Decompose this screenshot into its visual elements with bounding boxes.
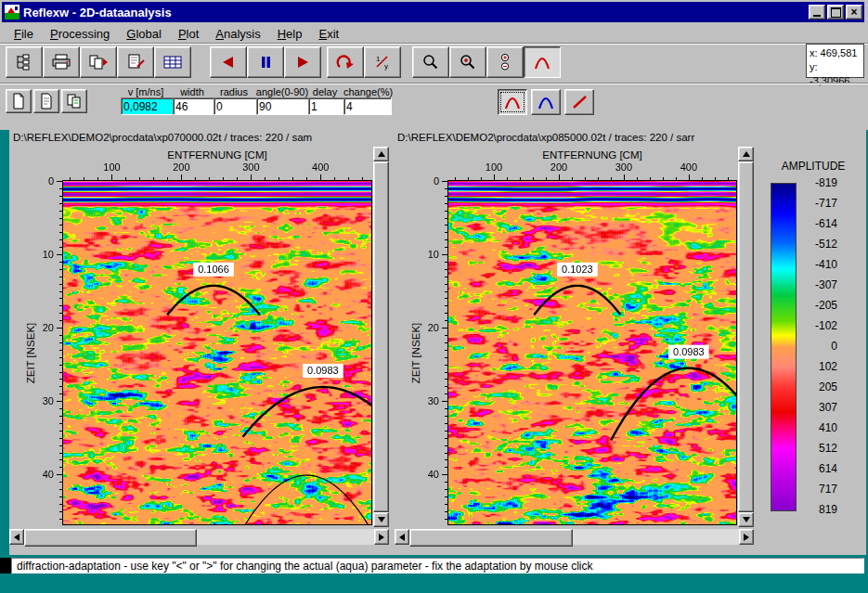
axis-tick <box>533 177 534 180</box>
menu-item-exit[interactable]: Exit <box>310 26 347 42</box>
velocity-field[interactable] <box>121 97 175 115</box>
copy-file-button[interactable] <box>61 89 87 113</box>
adapt-hyperbola-blue-button[interactable] <box>531 89 561 115</box>
pause-button[interactable] <box>247 46 284 78</box>
scroll-right-button[interactable] <box>374 529 389 545</box>
menu-item-processing[interactable]: Processing <box>42 26 118 42</box>
zoom-in-out-button[interactable] <box>486 46 524 78</box>
coordinate-readout: x: 469,581 y: -3,30966 <box>806 44 864 78</box>
menu-item-help[interactable]: Help <box>269 26 311 42</box>
file-info-button[interactable] <box>33 89 59 113</box>
horizontal-scrollbar-right[interactable] <box>395 529 754 545</box>
axis-tick <box>59 393 62 394</box>
right-arrow-icon <box>744 534 749 541</box>
vertical-scrollbar-thumb[interactable] <box>373 161 389 512</box>
legend-value: 512 <box>802 442 837 455</box>
axis-tick <box>481 177 482 180</box>
export-copy-button[interactable] <box>80 46 117 78</box>
zoom-button[interactable] <box>412 46 449 78</box>
curved-arrow-button[interactable] <box>327 46 364 78</box>
axis-tick <box>59 423 62 424</box>
minimize-button[interactable] <box>809 5 825 19</box>
menu-item-file[interactable]: File <box>6 26 42 42</box>
angle-field[interactable] <box>256 97 310 115</box>
horizontal-scrollbar-thumb[interactable] <box>24 529 197 547</box>
red-arrow-left-icon <box>219 54 238 71</box>
adapt-hyperbola-red-button[interactable] <box>498 89 527 115</box>
axis-tick <box>59 357 62 358</box>
axis-tick <box>57 254 62 255</box>
axis-tick <box>520 177 521 180</box>
scroll-left-button[interactable] <box>9 529 24 545</box>
axis-tick <box>445 298 447 299</box>
change-field[interactable] <box>343 97 392 115</box>
vertical-scrollbar-right[interactable] <box>738 147 754 527</box>
radargram-panel-right: ENTFERNUNG [CM] ZEIT [NSEK] 100200300400… <box>395 147 738 526</box>
close-button[interactable]: × <box>846 5 862 19</box>
axis-tick <box>59 320 62 321</box>
edit-document-button[interactable] <box>117 46 154 78</box>
scale-1-over-y-button[interactable]: 1 y <box>364 46 401 78</box>
axis-tick <box>59 284 62 285</box>
axis-tick <box>445 335 447 336</box>
zoom-in-button[interactable] <box>449 46 486 78</box>
vertical-scrollbar-thumb[interactable] <box>738 161 754 512</box>
step-forward-button[interactable] <box>284 46 321 78</box>
scrollbar-track[interactable] <box>573 529 739 545</box>
draw-line-button[interactable] <box>564 89 594 115</box>
axis-tick <box>445 269 447 270</box>
axis-tick <box>59 365 62 366</box>
title-bar[interactable]: Reflexw - 2D-dataanalysis × <box>2 2 864 22</box>
axis-tick <box>84 177 84 180</box>
axis-tick <box>125 177 126 180</box>
scroll-left-button[interactable] <box>395 529 409 545</box>
scroll-up-button[interactable] <box>738 147 754 161</box>
processing-flow-button[interactable] <box>6 46 43 78</box>
print-button[interactable] <box>43 46 80 78</box>
menu-item-global[interactable]: Global <box>118 26 170 42</box>
axis-tick <box>572 177 573 180</box>
axis-tick <box>445 225 447 226</box>
scroll-up-button[interactable] <box>373 147 389 161</box>
scroll-right-button[interactable] <box>739 529 754 545</box>
axis-tick <box>445 284 447 285</box>
axis-tick <box>689 174 690 180</box>
radargram-canvas[interactable] <box>447 180 737 525</box>
maximize-icon <box>831 7 841 18</box>
axis-tick-label: 10 <box>411 249 439 260</box>
legend-value: 717 <box>802 483 837 496</box>
horizontal-scrollbar-thumb[interactable] <box>409 529 573 547</box>
axis-tick <box>209 177 210 180</box>
hyperbola-mode-button[interactable] <box>524 46 561 78</box>
minimize-icon <box>813 15 821 17</box>
axis-tick <box>445 445 447 446</box>
axis-tick <box>59 519 62 520</box>
delay-field[interactable] <box>308 97 345 115</box>
trace-table-button[interactable] <box>154 46 191 78</box>
scroll-down-button[interactable] <box>738 512 754 527</box>
menu-item-plot[interactable]: Plot <box>170 26 207 42</box>
menu-item-analysis[interactable]: Analysis <box>207 26 268 42</box>
radargram-canvas[interactable] <box>62 180 372 525</box>
scrollbar-track[interactable] <box>197 529 374 545</box>
new-file-button[interactable] <box>6 89 32 113</box>
axis-tick <box>59 438 62 439</box>
axis-tick-label: 10 <box>26 249 54 260</box>
axis-tick <box>445 313 447 314</box>
vertical-scrollbar-left[interactable] <box>373 147 389 527</box>
maximize-button[interactable] <box>827 5 844 19</box>
radargram-panel-left: ENTFERNUNG [CM] ZEIT [NSEK] 100200300400… <box>9 147 373 526</box>
blue-hyperbola-icon <box>537 94 555 110</box>
axis-tick <box>265 177 266 180</box>
step-back-button[interactable] <box>210 46 247 78</box>
width-field[interactable] <box>173 97 215 115</box>
horizontal-scrollbar-left[interactable] <box>9 529 389 545</box>
scroll-down-button[interactable] <box>373 512 389 527</box>
axis-tick <box>445 511 447 512</box>
axis-tick <box>442 328 447 329</box>
radius-field[interactable] <box>214 97 258 115</box>
param-label-angle: angle(0-90) <box>253 86 312 97</box>
red-line-icon <box>570 94 589 110</box>
axis-tick <box>59 350 62 351</box>
axis-tick <box>445 431 447 432</box>
